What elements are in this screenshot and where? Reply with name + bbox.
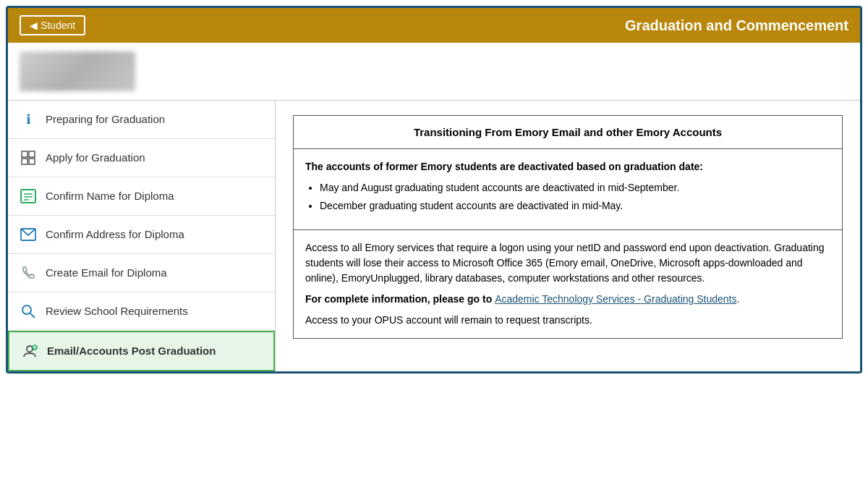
- svg-text:@: @: [33, 346, 37, 350]
- svg-rect-2: [22, 159, 27, 164]
- section-heading: Transitioning From Emory Email and other…: [305, 126, 830, 138]
- svg-point-11: [27, 346, 33, 352]
- svg-point-9: [22, 305, 31, 314]
- sidebar-item-create-email[interactable]: Create Email for Diploma: [8, 254, 275, 292]
- sidebar-item-apply[interactable]: Apply for Graduation: [8, 139, 275, 177]
- form-icon: [20, 187, 37, 205]
- sidebar-item-preparing[interactable]: ℹ Preparing for Graduation: [8, 101, 275, 139]
- info-icon: ℹ: [20, 111, 37, 128]
- deactivation-intro: The accounts of former Emory students ar…: [305, 159, 830, 174]
- sidebar-label-apply: Apply for Graduation: [46, 151, 145, 165]
- deactivation-list: May and August graduating student accoun…: [320, 180, 830, 214]
- bullet-item: December graduating student accounts are…: [320, 198, 830, 214]
- main-layout: ℹ Preparing for Graduation Apply for Gra…: [8, 101, 860, 371]
- sidebar-label-preparing: Preparing for Graduation: [46, 112, 165, 127]
- access-paragraph: Access to all Emory services that requir…: [305, 240, 830, 286]
- link-suffix: .: [737, 293, 740, 305]
- envelope-icon: [20, 226, 37, 243]
- accounts-icon: @: [21, 342, 38, 360]
- search-icon: [20, 303, 37, 320]
- sidebar-label-confirm-name: Confirm Name for Diploma: [46, 189, 174, 203]
- content-section-title: Transitioning From Emory Email and other…: [294, 116, 842, 149]
- content-section-access: Access to all Emory services that requir…: [294, 230, 842, 338]
- sidebar-label-create-email: Create Email for Diploma: [46, 266, 167, 280]
- svg-line-10: [30, 313, 35, 318]
- page-title: Graduation and Commencement: [85, 17, 848, 34]
- back-button[interactable]: ◀ Student: [20, 15, 85, 35]
- svg-rect-1: [29, 151, 35, 157]
- sidebar-label-review-school: Review School Requirements: [46, 304, 188, 319]
- sidebar-item-review-school[interactable]: Review School Requirements: [8, 292, 275, 331]
- link-prefix: For complete information, please go to: [305, 293, 495, 305]
- sidebar: ℹ Preparing for Graduation Apply for Gra…: [8, 101, 276, 371]
- access-link-paragraph: For complete information, please go to A…: [305, 292, 830, 307]
- sidebar-item-email-accounts[interactable]: @ Email/Accounts Post Graduation: [8, 331, 275, 371]
- phone-icon: [20, 264, 37, 282]
- content-section-deactivation: The accounts of former Emory students ar…: [294, 149, 842, 230]
- svg-rect-0: [22, 151, 27, 157]
- table-icon: [20, 149, 37, 166]
- app-container: ◀ Student Graduation and Commencement ℹ …: [6, 6, 862, 374]
- top-area: [8, 43, 860, 101]
- bullet-item: May and August graduating student accoun…: [320, 180, 830, 195]
- ats-link[interactable]: Academic Technology Services - Graduatin…: [495, 293, 736, 305]
- svg-rect-3: [29, 159, 35, 164]
- content-box: Transitioning From Emory Email and other…: [293, 115, 843, 339]
- sidebar-item-confirm-address[interactable]: Confirm Address for Diploma: [8, 216, 275, 254]
- sidebar-item-confirm-name[interactable]: Confirm Name for Diploma: [8, 177, 275, 216]
- svg-rect-4: [21, 190, 35, 203]
- sidebar-label-confirm-address: Confirm Address for Diploma: [46, 227, 184, 242]
- sidebar-label-email-accounts: Email/Accounts Post Graduation: [47, 344, 216, 358]
- header: ◀ Student Graduation and Commencement: [8, 8, 860, 43]
- opus-note: Access to your OPUS account will remain …: [305, 313, 830, 328]
- content-area: Transitioning From Emory Email and other…: [276, 101, 860, 371]
- user-image: [20, 51, 135, 91]
